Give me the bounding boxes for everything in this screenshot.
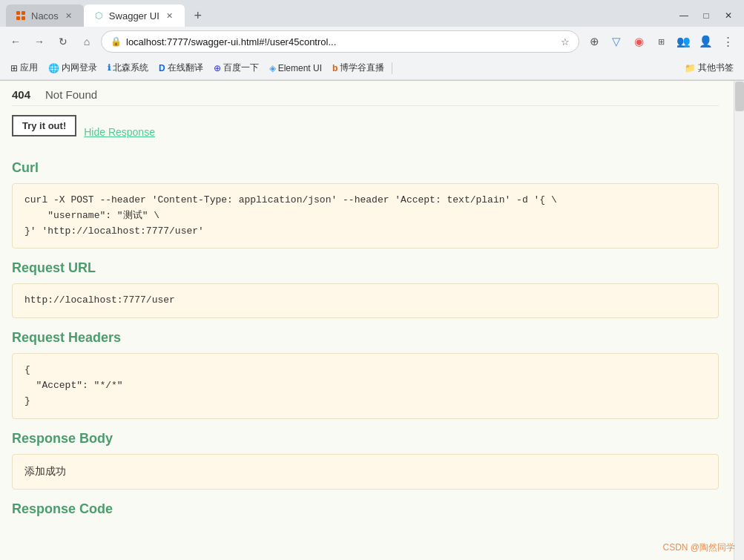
request-headers-code-block: { "Accept": "*/*" } xyxy=(12,353,719,418)
bookmark-intranet[interactable]: 🌐 内网登录 xyxy=(44,60,102,76)
baidu-icon: ⊕ xyxy=(214,63,221,73)
apps-icon: ⊞ xyxy=(10,63,18,73)
svg-rect-1 xyxy=(22,11,25,15)
request-headers-section-title: Request Headers xyxy=(12,330,719,346)
bxg-icon: b xyxy=(332,63,338,73)
request-url-code-block: http://localhost:7777/user xyxy=(12,283,719,318)
account-button[interactable]: 👤 xyxy=(695,31,716,52)
new-tab-button[interactable]: + xyxy=(188,5,208,26)
users-icon[interactable]: 👥 xyxy=(673,31,694,52)
other-bookmarks[interactable]: 📁 其他书签 xyxy=(680,60,738,76)
reload-button[interactable]: ↻ xyxy=(53,32,73,51)
elementui-icon: ◈ xyxy=(269,63,276,73)
response-code-section-title: Response Code xyxy=(12,501,719,517)
bookmark-apps[interactable]: ⊞ 应用 xyxy=(6,60,42,76)
bookmark-beisen[interactable]: ℹ 北森系统 xyxy=(103,60,153,76)
hide-response-link[interactable]: Hide Response xyxy=(84,126,155,138)
bookmark-baidu-label: 百度一下 xyxy=(223,62,259,74)
status-code: 404 xyxy=(12,88,30,101)
action-row: Try it out! Hide Response xyxy=(12,115,719,148)
title-bar: Nacos ✕ ⬡ Swagger UI ✕ + — □ ✕ xyxy=(0,0,744,27)
scrollbar-thumb[interactable] xyxy=(735,82,744,111)
other-bookmarks-label: 其他书签 xyxy=(698,62,734,74)
bookmark-bxg[interactable]: b 博学谷直播 xyxy=(328,60,389,76)
response-body-code: 添加成功 xyxy=(24,464,706,480)
bookmarks-separator xyxy=(392,62,392,74)
curl-section-title: Curl xyxy=(12,160,719,176)
watermark: CSDN @陶然同学 xyxy=(662,541,735,554)
request-headers-code: { "Accept": "*/*" } xyxy=(24,363,706,409)
swagger-tab-close[interactable]: ✕ xyxy=(164,10,176,22)
response-body-section-title: Response Body xyxy=(12,431,719,447)
scrollbar[interactable] xyxy=(734,81,744,560)
nacos-tab-close[interactable]: ✕ xyxy=(63,10,75,22)
lock-icon: 🔒 xyxy=(111,36,122,47)
bookmark-elementui-label: Element UI xyxy=(278,63,322,73)
folder-icon: 📁 xyxy=(685,63,696,73)
browser-chrome: Nacos ✕ ⬡ Swagger UI ✕ + — □ ✕ ← → ↻ ⌂ 🔒… xyxy=(0,0,744,81)
vpn-icon[interactable]: ▽ xyxy=(606,31,627,52)
intranet-icon: 🌐 xyxy=(48,63,59,73)
back-button[interactable]: ← xyxy=(6,32,25,51)
bookmark-intranet-label: 内网登录 xyxy=(62,62,97,74)
menu-button[interactable]: ⋮ xyxy=(717,31,738,52)
tab-nacos[interactable]: Nacos ✕ xyxy=(6,4,84,27)
translate-icon[interactable]: ⊞ xyxy=(651,31,671,52)
bookmark-bxg-label: 博学谷直播 xyxy=(340,62,384,74)
translate-bm-icon: D xyxy=(159,63,165,73)
nacos-tab-icon xyxy=(15,10,27,22)
status-row: 404 Not Found xyxy=(12,88,719,106)
svg-rect-3 xyxy=(22,16,25,20)
bookmark-elementui[interactable]: ◈ Element UI xyxy=(265,62,326,75)
bookmarks-bar: ⊞ 应用 🌐 内网登录 ℹ 北森系统 D 在线翻译 ⊕ 百度一下 ◈ Eleme… xyxy=(0,56,744,80)
bookmark-icon[interactable]: ☆ xyxy=(561,36,570,47)
close-button[interactable]: ✕ xyxy=(719,9,738,22)
bookmark-translate-label: 在线翻译 xyxy=(168,62,203,74)
address-bar-row: ← → ↻ ⌂ 🔒 localhost:7777/swagger-ui.html… xyxy=(0,27,744,56)
request-url-section-title: Request URL xyxy=(12,260,719,276)
try-it-out-button[interactable]: Try it out! xyxy=(12,115,76,136)
minimize-button[interactable]: — xyxy=(674,9,694,22)
swagger-tab-label: Swagger UI xyxy=(109,10,159,22)
forward-button[interactable]: → xyxy=(30,32,49,51)
page-content: 404 Not Found Try it out! Hide Response … xyxy=(0,81,744,560)
maximize-button[interactable]: □ xyxy=(697,9,716,22)
status-text: Not Found xyxy=(45,88,97,101)
tab-swagger[interactable]: ⬡ Swagger UI ✕ xyxy=(84,4,185,27)
svg-rect-0 xyxy=(16,11,20,15)
nacos-tab-label: Nacos xyxy=(31,10,59,22)
home-button[interactable]: ⌂ xyxy=(77,32,96,51)
toolbar-icons: ⊕ ▽ ◉ ⊞ 👥 👤 ⋮ xyxy=(584,31,738,52)
bookmark-beisen-label: 北森系统 xyxy=(113,62,148,74)
response-body-code-block: 添加成功 xyxy=(12,454,719,490)
curl-code-block: curl -X POST --header 'Content-Type: app… xyxy=(12,183,719,248)
bookmark-baidu[interactable]: ⊕ 百度一下 xyxy=(209,60,263,76)
swagger-tab-icon: ⬡ xyxy=(93,10,105,22)
svg-rect-2 xyxy=(16,16,20,20)
request-url-code: http://localhost:7777/user xyxy=(24,293,706,309)
content-inner: 404 Not Found Try it out! Hide Response … xyxy=(0,81,734,539)
curl-code: curl -X POST --header 'Content-Type: app… xyxy=(24,193,706,239)
profile-extensions-icon[interactable]: ⊕ xyxy=(584,31,605,52)
browser-ext-icon[interactable]: ◉ xyxy=(628,31,649,52)
address-text: localhost:7777/swagger-ui.html#!/user45c… xyxy=(126,36,556,47)
bookmark-apps-label: 应用 xyxy=(20,62,38,74)
address-bar[interactable]: 🔒 localhost:7777/swagger-ui.html#!/user4… xyxy=(101,30,579,53)
beisen-icon: ℹ xyxy=(108,63,111,73)
bookmark-translate[interactable]: D 在线翻译 xyxy=(154,60,208,76)
window-controls: — □ ✕ xyxy=(674,9,738,22)
